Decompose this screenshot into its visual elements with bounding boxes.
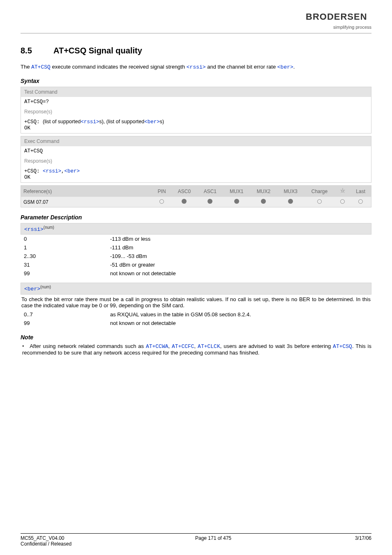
param-row: 99not known or not detectable bbox=[21, 269, 371, 278]
svg-line-3 bbox=[340, 190, 341, 190]
ref-cell bbox=[197, 197, 223, 207]
ref-header-cell: ASC1 bbox=[197, 186, 223, 197]
note-item: After using network related commands suc… bbox=[22, 343, 371, 356]
svg-line-5 bbox=[341, 192, 341, 193]
param-row: 31-51 dBm or greater bbox=[21, 260, 371, 269]
ref-header-cell: Reference(s) bbox=[21, 186, 152, 197]
param-row: 2..30-109... -53 dBm bbox=[21, 252, 371, 260]
cmd-link-ccwa[interactable]: AT+CCWA bbox=[146, 343, 168, 350]
ref-header-cell: PIN bbox=[152, 186, 171, 197]
cmd-link-ccfc[interactable]: AT+CCFC bbox=[172, 343, 194, 350]
ref-header-cell: ASC0 bbox=[171, 186, 197, 197]
exec-response-label: Response(s) bbox=[21, 156, 371, 166]
note-list: After using network related commands suc… bbox=[21, 343, 371, 356]
cmd-link-clck[interactable]: AT+CLCK bbox=[198, 343, 220, 350]
test-command-code: AT+CSQ=? bbox=[21, 97, 371, 107]
reference-table: Reference(s)PINASC0ASC1MUX1MUX2MUX3Charg… bbox=[21, 185, 371, 207]
test-command-label: Test Command bbox=[21, 87, 371, 97]
test-response-body: +CSQ: (list of supported<rssi>s), (list … bbox=[21, 117, 371, 133]
param-value: as RXQUAL values in the table in GSM 05.… bbox=[110, 311, 251, 318]
param-value: not known or not detectable bbox=[110, 270, 176, 276]
param-value: -111 dBm bbox=[110, 244, 133, 251]
dot-open-icon bbox=[358, 199, 363, 204]
page-footer: MC55_ATC_V04.00 Confidential / Released … bbox=[21, 533, 371, 547]
footer-left: MC55_ATC_V04.00 Confidential / Released bbox=[21, 535, 71, 547]
ref-header-cell: Last bbox=[350, 186, 371, 197]
note-heading: Note bbox=[21, 334, 371, 341]
svg-point-1 bbox=[341, 190, 344, 192]
header-rule bbox=[21, 33, 371, 34]
dot-open-icon bbox=[340, 199, 345, 204]
ref-cell bbox=[171, 197, 197, 207]
param-link-rssi[interactable]: <rssi> bbox=[81, 119, 99, 125]
ref-header-cell: MUX3 bbox=[277, 186, 304, 197]
cmd-link-csq[interactable]: AT+CSQ bbox=[31, 64, 51, 70]
intro-paragraph: The AT+CSQ execute command indicates the… bbox=[21, 64, 371, 70]
param-row: 99not known or not detectable bbox=[21, 319, 371, 327]
param-link-ber[interactable]: <ber> bbox=[277, 64, 293, 70]
dot-fill-icon bbox=[208, 199, 212, 204]
exec-command-code: AT+CSQ bbox=[21, 146, 371, 156]
ref-cell bbox=[223, 197, 250, 207]
svg-text:BRODERSEN: BRODERSEN bbox=[306, 12, 367, 21]
ref-cell bbox=[250, 197, 277, 207]
param-link-ber[interactable]: <ber> bbox=[144, 119, 160, 125]
param-value: -109... -53 dBm bbox=[110, 253, 147, 259]
param-key: 0 bbox=[24, 236, 110, 242]
dot-fill-icon bbox=[234, 199, 239, 204]
logo-text: BRODERSEN bbox=[21, 12, 371, 24]
dot-open-icon bbox=[317, 199, 322, 204]
param-desc-heading: Parameter Description bbox=[21, 214, 371, 221]
param-row: 1-111 dBm bbox=[21, 243, 371, 252]
ref-cell bbox=[277, 197, 304, 207]
param-value: -51 dBm or greater bbox=[110, 262, 155, 268]
ref-row-label: GSM 07.07 bbox=[21, 197, 152, 207]
param-link-rssi[interactable]: <rssi> bbox=[187, 64, 206, 70]
param-link-rssi[interactable]: <rssi> bbox=[43, 168, 61, 174]
param-key: 2..30 bbox=[24, 253, 110, 259]
ref-cell bbox=[350, 197, 371, 207]
cmd-link-csq[interactable]: AT+CSQ bbox=[333, 343, 352, 350]
footer-right: 3/17/06 bbox=[355, 535, 371, 547]
airplane-mode-icon bbox=[340, 188, 346, 193]
logo-tagline: simplifying process bbox=[21, 25, 371, 30]
dot-open-icon bbox=[159, 199, 164, 204]
exec-command-label: Exec Command bbox=[21, 136, 371, 146]
rssi-param-block: <rssi>(num) 0-113 dBm or less1-111 dBm2.… bbox=[21, 223, 371, 278]
param-link-ber[interactable]: <ber> bbox=[65, 168, 80, 174]
test-command-block: Test Command AT+CSQ=? Response(s) +CSQ: … bbox=[21, 87, 371, 134]
ref-cell bbox=[304, 197, 335, 207]
section-number: 8.5 bbox=[21, 46, 53, 55]
svg-line-4 bbox=[344, 190, 345, 190]
exec-command-block: Exec Command AT+CSQ Response(s) +CSQ: <r… bbox=[21, 136, 371, 183]
ref-header-cell: MUX2 bbox=[250, 186, 277, 197]
ref-header-cell: MUX1 bbox=[223, 186, 250, 197]
param-key: 99 bbox=[24, 270, 110, 276]
param-value: -113 dBm or less bbox=[110, 236, 150, 242]
param-row: 0..7as RXQUAL values in the table in GSM… bbox=[21, 310, 371, 319]
param-value: not known or not detectable bbox=[110, 320, 176, 326]
svg-line-6 bbox=[344, 192, 344, 193]
param-key: 31 bbox=[24, 262, 110, 268]
ref-header-cell bbox=[335, 186, 350, 197]
section-name: AT+CSQ Signal quality bbox=[53, 46, 142, 55]
param-row: 0-113 dBm or less bbox=[21, 235, 371, 243]
dot-fill-icon bbox=[182, 199, 187, 204]
ref-cell bbox=[152, 197, 171, 207]
footer-center: Page 171 of 475 bbox=[195, 535, 231, 547]
rssi-param-header: <rssi>(num) bbox=[21, 223, 371, 235]
dot-fill-icon bbox=[288, 199, 293, 204]
ber-param-header: <ber>(num) bbox=[21, 283, 371, 294]
ref-cell bbox=[335, 197, 350, 207]
ber-param-block: <ber>(num) To check the bit error rate t… bbox=[21, 283, 371, 327]
dot-fill-icon bbox=[261, 199, 266, 204]
section-title: 8.5AT+CSQ Signal quality bbox=[21, 46, 371, 55]
param-key: 0..7 bbox=[24, 311, 110, 318]
test-response-label: Response(s) bbox=[21, 107, 371, 117]
ref-header-cell: Charge bbox=[304, 186, 335, 197]
param-key: 1 bbox=[24, 244, 110, 251]
syntax-heading: Syntax bbox=[21, 78, 371, 84]
ber-param-desc: To check the bit error rate there must b… bbox=[21, 296, 371, 310]
header-logo-area: BRODERSEN simplifying process bbox=[21, 12, 371, 30]
exec-response-body: +CSQ: <rssi>,<ber> OK bbox=[21, 166, 371, 182]
